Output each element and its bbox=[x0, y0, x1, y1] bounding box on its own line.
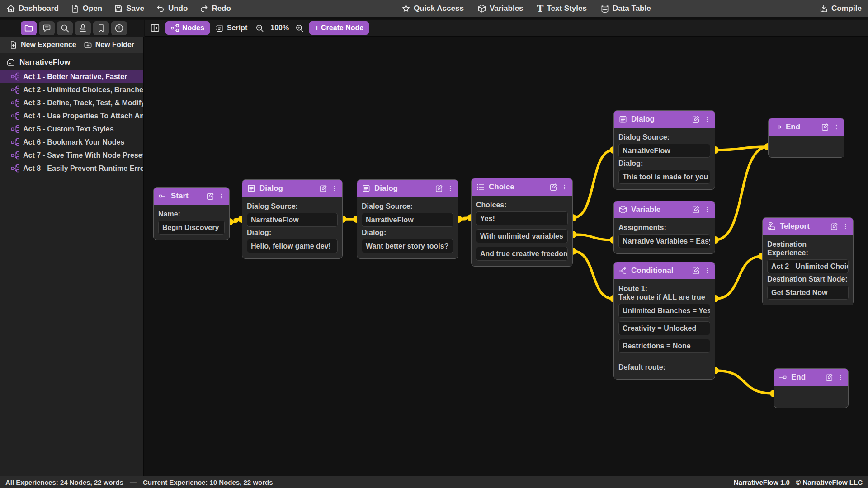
edit-icon[interactable] bbox=[434, 184, 443, 193]
node-teleport-header[interactable]: Teleport bbox=[763, 218, 853, 235]
new-experience-icon bbox=[9, 41, 18, 49]
destination-experience-field[interactable]: Act 2 - Unlimited Choic... bbox=[767, 259, 849, 273]
edit-icon[interactable] bbox=[691, 266, 700, 275]
sidebar-item-act1[interactable]: Act 1 - Better Narrative, Faster bbox=[0, 70, 143, 83]
node-title: Variable bbox=[631, 205, 660, 214]
cube-icon bbox=[477, 4, 486, 13]
tab-comments[interactable] bbox=[39, 21, 55, 35]
sidebar-item-act2[interactable]: Act 2 - Unlimited Choices, Branches, bbox=[0, 83, 143, 96]
sidebar-item-act7[interactable]: Act 7 - Save Time With Node Presets bbox=[0, 149, 143, 162]
kebab-menu-icon[interactable] bbox=[704, 115, 710, 124]
open-button[interactable]: Open bbox=[71, 4, 102, 13]
save-button[interactable]: Save bbox=[114, 4, 144, 13]
node-end-header[interactable]: End bbox=[769, 118, 844, 136]
edit-icon[interactable] bbox=[821, 122, 830, 131]
edit-icon[interactable] bbox=[206, 192, 215, 201]
dialog-source-field[interactable]: NarrativeFlow bbox=[618, 144, 710, 158]
choice-option[interactable]: And true creative freedom bbox=[476, 247, 568, 261]
edit-icon[interactable] bbox=[549, 183, 558, 192]
node-end-1[interactable]: End bbox=[768, 118, 844, 158]
sidebar-item-act5[interactable]: Act 5 - Custom Text Styles bbox=[0, 122, 143, 136]
redo-button[interactable]: Redo bbox=[199, 4, 231, 13]
node-end-2[interactable]: End bbox=[774, 368, 849, 408]
sidebar-item-act4[interactable]: Act 4 - Use Properties To Attach Any bbox=[0, 109, 143, 122]
node-start[interactable]: Start Name: Begin Discovery bbox=[153, 187, 230, 240]
dialog-text-field[interactable]: Hello, fellow game dev! bbox=[247, 239, 338, 253]
edit-icon[interactable] bbox=[830, 222, 839, 231]
kebab-menu-icon[interactable] bbox=[704, 266, 710, 275]
sidebar-item-act8[interactable]: Act 8 - Easily Prevent Runtime Errors bbox=[0, 162, 143, 175]
node-dialog-3[interactable]: Dialog Dialog Source: NarrativeFlow Dial… bbox=[613, 110, 715, 190]
kebab-menu-icon[interactable] bbox=[704, 205, 710, 214]
condition-field[interactable]: Creativity = Unlocked bbox=[618, 321, 710, 335]
node-choice-header[interactable]: Choice bbox=[472, 178, 572, 196]
zoom-out-button[interactable] bbox=[255, 24, 264, 33]
experience-icon bbox=[11, 125, 19, 133]
choice-option[interactable]: Yes! bbox=[476, 211, 568, 225]
dialog-text-field[interactable]: Want better story tools? bbox=[362, 239, 453, 253]
node-title: Start bbox=[171, 192, 189, 201]
dialog-source-field[interactable]: NarrativeFlow bbox=[247, 213, 338, 227]
edit-icon[interactable] bbox=[825, 373, 834, 382]
choice-option[interactable]: With unlimited variables bbox=[476, 229, 568, 243]
dashboard-button[interactable]: Dashboard bbox=[6, 4, 59, 13]
kebab-menu-icon[interactable] bbox=[837, 373, 844, 382]
node-dialog-header[interactable]: Dialog bbox=[614, 111, 715, 128]
node-conditional[interactable]: Conditional Route 1: Take route if ALL a… bbox=[613, 262, 715, 380]
edit-icon[interactable] bbox=[691, 205, 700, 214]
edit-icon[interactable] bbox=[691, 115, 700, 124]
sidebar-item-act6[interactable]: Act 6 - Bookmark Your Nodes bbox=[0, 136, 143, 149]
tab-stamps[interactable] bbox=[75, 21, 91, 35]
node-variable-header[interactable]: Variable bbox=[614, 201, 715, 218]
new-folder-button[interactable]: New Folder bbox=[84, 41, 134, 49]
tab-search[interactable] bbox=[57, 21, 73, 35]
route-divider bbox=[619, 358, 709, 358]
kebab-menu-icon[interactable] bbox=[842, 222, 849, 231]
node-variable[interactable]: Variable Assignments: Narrative Variable… bbox=[613, 201, 715, 254]
dialog-label: Dialog: bbox=[618, 159, 710, 168]
kebab-menu-icon[interactable] bbox=[447, 184, 453, 193]
kebab-menu-icon[interactable] bbox=[561, 183, 568, 192]
text-styles-button[interactable]: T Text Styles bbox=[537, 4, 587, 13]
kebab-menu-icon[interactable] bbox=[331, 184, 338, 193]
undo-button[interactable]: Undo bbox=[156, 4, 188, 13]
node-dialog-header[interactable]: Dialog bbox=[242, 180, 342, 197]
sidebar-item-act3[interactable]: Act 3 - Define, Track, Test, & Modify U bbox=[0, 96, 143, 109]
name-field[interactable]: Begin Discovery bbox=[158, 221, 225, 235]
node-conditional-header[interactable]: Conditional bbox=[614, 262, 715, 279]
node-start-header[interactable]: Start bbox=[154, 188, 229, 205]
new-experience-button[interactable]: New Experience bbox=[9, 41, 76, 49]
dialog-text-field[interactable]: This tool is made for you bbox=[618, 170, 710, 184]
node-graph-canvas[interactable]: Start Name: Begin Discovery Dialog Dialo… bbox=[145, 37, 868, 476]
nodes-view-button[interactable]: Nodes bbox=[165, 21, 210, 35]
zoom-in-button[interactable] bbox=[295, 24, 304, 33]
data-table-button[interactable]: Data Table bbox=[600, 4, 651, 13]
node-dialog-2[interactable]: Dialog Dialog Source: NarrativeFlow Dial… bbox=[357, 179, 458, 259]
node-teleport[interactable]: Teleport Destination Experience: Act 2 -… bbox=[762, 217, 854, 305]
kebab-menu-icon[interactable] bbox=[218, 192, 225, 201]
node-dialog-1[interactable]: Dialog Dialog Source: NarrativeFlow Dial… bbox=[242, 179, 343, 259]
condition-field[interactable]: Unlimited Branches = Yes bbox=[618, 304, 710, 318]
route-label: Route 1: bbox=[618, 284, 710, 293]
kebab-menu-icon[interactable] bbox=[833, 122, 840, 131]
project-root-item[interactable]: NarrativeFlow bbox=[0, 55, 143, 70]
narrativeflow-app: Dashboard Open Save Undo Redo Quick bbox=[0, 0, 868, 488]
node-dialog-header[interactable]: Dialog bbox=[357, 180, 458, 197]
condition-field[interactable]: Restrictions = None bbox=[618, 339, 710, 353]
tab-bookmarks[interactable] bbox=[93, 21, 109, 35]
dialog-source-field[interactable]: NarrativeFlow bbox=[362, 213, 453, 227]
node-choice[interactable]: Choice Choices: Yes! With unlimited vari… bbox=[471, 178, 573, 267]
create-node-button[interactable]: + Create Node bbox=[309, 21, 369, 35]
edit-icon[interactable] bbox=[319, 184, 328, 193]
destination-start-node-field[interactable]: Get Started Now bbox=[767, 286, 849, 300]
quick-access-button[interactable]: Quick Access bbox=[401, 4, 464, 13]
script-view-button[interactable]: Script bbox=[215, 24, 247, 33]
compile-button[interactable]: Compile bbox=[819, 4, 862, 13]
variables-button[interactable]: Variables bbox=[477, 4, 524, 13]
tab-alerts[interactable] bbox=[111, 21, 127, 35]
node-end-header[interactable]: End bbox=[774, 369, 848, 386]
assignment-field[interactable]: Narrative Variables = Easy bbox=[618, 234, 710, 248]
menu-left-group: Dashboard Open Save Undo Redo bbox=[6, 0, 231, 17]
collapse-panel-button[interactable] bbox=[150, 23, 160, 33]
tab-experiences[interactable] bbox=[21, 21, 37, 35]
